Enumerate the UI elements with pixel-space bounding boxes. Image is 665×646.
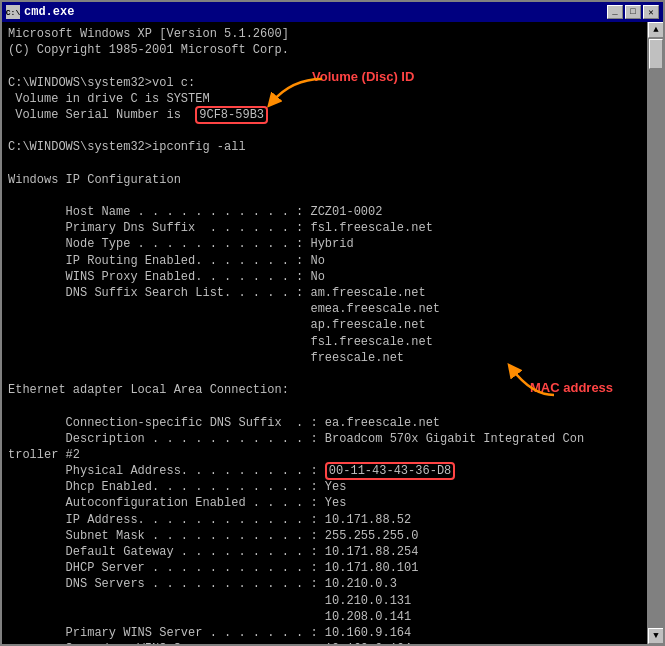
volume-serial-highlight: 9CF8-59B3 bbox=[195, 106, 268, 124]
volume-arrow bbox=[262, 74, 327, 109]
window-title: cmd.exe bbox=[24, 5, 74, 19]
scrollbar-down-button[interactable]: ▼ bbox=[648, 628, 663, 644]
scrollbar[interactable]: ▲ ▼ bbox=[647, 22, 663, 644]
cmd-window: C:\ cmd.exe _ □ ✕ Microsoft Windows XP [… bbox=[0, 0, 665, 646]
minimize-button[interactable]: _ bbox=[607, 5, 623, 19]
cmd-icon: C:\ bbox=[6, 5, 20, 19]
mac-arrow bbox=[502, 357, 557, 397]
mac-address-highlight: 00-11-43-43-36-D8 bbox=[325, 462, 455, 480]
scrollbar-track[interactable] bbox=[648, 38, 663, 628]
title-bar-left: C:\ cmd.exe bbox=[6, 5, 74, 19]
console-output: Microsoft Windows XP [Version 5.1.2600] … bbox=[8, 26, 639, 644]
scrollbar-thumb[interactable] bbox=[649, 39, 663, 69]
scrollbar-up-button[interactable]: ▲ bbox=[648, 22, 663, 38]
close-button[interactable]: ✕ bbox=[643, 5, 659, 19]
title-bar: C:\ cmd.exe _ □ ✕ bbox=[2, 2, 663, 22]
console-content: Microsoft Windows XP [Version 5.1.2600] … bbox=[8, 26, 639, 644]
volume-annotation-label: Volume (Disc) ID bbox=[312, 69, 414, 84]
maximize-button[interactable]: □ bbox=[625, 5, 641, 19]
title-bar-buttons: _ □ ✕ bbox=[607, 5, 659, 19]
console-area: Microsoft Windows XP [Version 5.1.2600] … bbox=[2, 22, 663, 644]
